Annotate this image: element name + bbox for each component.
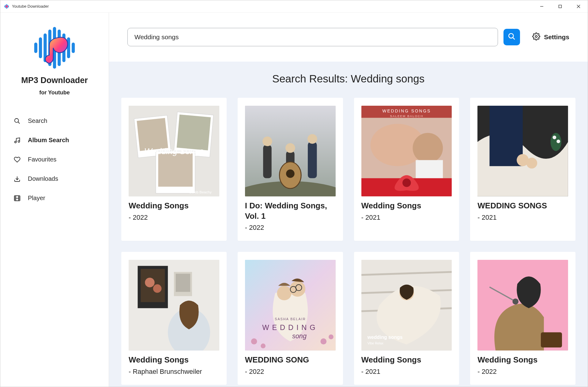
svg-text:wedding songs: wedding songs <box>367 335 402 340</box>
settings-button[interactable]: Settings <box>532 32 569 42</box>
result-card[interactable]: wedding songsVibe Relax Wedding Songs - … <box>354 252 459 385</box>
titlebar: Youtube Downloader <box>0 0 588 13</box>
svg-rect-0 <box>5 6 5 7</box>
svg-point-21 <box>15 141 17 143</box>
album-thumbnail <box>477 106 568 196</box>
svg-point-73 <box>145 278 155 288</box>
sidebar-item-album-search[interactable]: Album Search <box>0 131 109 150</box>
album-title: Wedding Songs <box>477 355 568 365</box>
sidebar-item-label: Favourites <box>28 156 56 163</box>
album-thumbnail <box>129 260 219 351</box>
svg-point-53 <box>286 169 295 178</box>
svg-point-62 <box>402 179 411 187</box>
album-title: Wedding Songs <box>129 201 219 211</box>
svg-point-68 <box>553 136 556 139</box>
svg-rect-7 <box>559 5 562 8</box>
svg-line-33 <box>513 37 515 40</box>
album-thumbnail <box>245 106 336 196</box>
result-card[interactable]: WEDDING SONGSSALEEM BALOCH Wedding Songs… <box>354 98 459 241</box>
svg-point-19 <box>15 118 19 122</box>
album-title: Wedding Songs <box>361 201 452 211</box>
app-icon <box>4 4 9 9</box>
svg-point-80 <box>277 286 291 300</box>
album-title: Wedding Songs <box>129 355 219 365</box>
svg-rect-50 <box>308 142 317 178</box>
svg-rect-100 <box>524 297 533 300</box>
svg-point-81 <box>290 281 305 297</box>
music-note-icon <box>14 137 21 144</box>
svg-text:song: song <box>292 332 307 340</box>
svg-rect-17 <box>67 37 70 58</box>
svg-point-22 <box>18 140 20 142</box>
gear-icon <box>532 32 540 42</box>
minimize-button[interactable] <box>533 0 551 13</box>
sidebar-item-player[interactable]: Player <box>0 188 109 208</box>
svg-point-102 <box>513 299 519 305</box>
sidebar-item-label: Search <box>28 117 47 124</box>
svg-point-51 <box>307 134 317 144</box>
svg-point-32 <box>509 33 513 38</box>
film-icon <box>14 195 21 202</box>
sidebar-item-favourites[interactable]: Favourites <box>0 150 109 169</box>
svg-point-69 <box>557 139 560 143</box>
search-button[interactable] <box>503 29 520 45</box>
album-meta: - 2021 <box>361 368 452 376</box>
svg-rect-46 <box>263 145 272 178</box>
album-thumbnail: wedding songsVibe Relax <box>361 260 452 351</box>
svg-point-5 <box>6 5 8 8</box>
album-meta: - 2022 <box>245 368 336 376</box>
sidebar-item-search[interactable]: Search <box>0 111 109 131</box>
logo: MP3 Downloader for Youtube <box>0 22 109 108</box>
svg-point-47 <box>262 137 272 146</box>
album-thumbnail <box>477 260 568 351</box>
result-card[interactable]: SASHA BELAIRWEDDINGsong WEDDING SONG - 2… <box>238 252 343 385</box>
svg-text:WEDDING: WEDDING <box>262 324 318 332</box>
svg-rect-11 <box>39 37 42 58</box>
result-card[interactable]: Wedding Songs - 2022 <box>470 252 575 385</box>
svg-point-34 <box>535 36 537 38</box>
results-title: Search Results: Wedding songs <box>121 62 575 98</box>
svg-text:Wedding Songs: Wedding Songs <box>144 146 204 156</box>
content[interactable]: Search Results: Wedding songs Wedding So… <box>109 62 588 387</box>
svg-point-74 <box>153 284 162 293</box>
svg-rect-10 <box>34 43 37 53</box>
logo-icon <box>28 22 81 74</box>
maximize-button[interactable] <box>551 0 569 13</box>
svg-text:WEDDING SONGS: WEDDING SONGS <box>382 109 431 113</box>
svg-point-87 <box>251 339 257 345</box>
results-grid: Wedding SongsCaleb Beachy Wedding Songs … <box>121 98 575 385</box>
app-window: Youtube Downloader <box>0 0 588 387</box>
svg-text:Caleb Beachy: Caleb Beachy <box>189 190 212 194</box>
svg-rect-37 <box>137 118 168 151</box>
sidebar-item-label: Album Search <box>28 137 69 144</box>
nav: Search Album Search Favourites Downloads… <box>0 108 109 211</box>
svg-point-49 <box>285 143 295 153</box>
search-icon <box>508 32 516 42</box>
album-meta: - 2022 <box>477 368 568 376</box>
album-title: I Do: Wedding Songs, Vol. 1 <box>245 201 336 222</box>
sidebar-item-downloads[interactable]: Downloads <box>0 169 109 188</box>
svg-point-66 <box>526 158 537 169</box>
album-meta: - Raphael Brunschweiler <box>129 368 219 376</box>
result-card[interactable]: WEDDING SONGS - 2021 <box>470 98 575 241</box>
svg-rect-103 <box>541 332 562 347</box>
svg-text:Vibe Relax: Vibe Relax <box>367 341 383 345</box>
svg-point-90 <box>329 335 334 340</box>
result-card[interactable]: Wedding Songs - Raphael Brunschweiler <box>121 252 227 385</box>
topbar: Settings <box>109 13 588 62</box>
window-title: Youtube Downloader <box>12 4 49 9</box>
album-title: Wedding Songs <box>361 355 452 365</box>
svg-point-88 <box>261 343 266 348</box>
svg-text:SASHA BELAIR: SASHA BELAIR <box>275 317 306 321</box>
result-card[interactable]: Wedding SongsCaleb Beachy Wedding Songs … <box>121 98 227 241</box>
album-title: WEDDING SONGS <box>477 201 568 211</box>
close-button[interactable] <box>569 0 588 13</box>
svg-line-20 <box>18 122 20 123</box>
search-input[interactable] <box>127 28 498 46</box>
album-thumbnail: SASHA BELAIRWEDDINGsong <box>245 260 336 351</box>
album-title: WEDDING SONG <box>245 355 336 365</box>
svg-point-89 <box>320 339 326 345</box>
album-thumbnail: Wedding SongsCaleb Beachy <box>129 106 219 196</box>
app-subtitle: for Youtube <box>39 89 70 96</box>
result-card[interactable]: I Do: Wedding Songs, Vol. 1 - 2022 <box>238 98 343 241</box>
